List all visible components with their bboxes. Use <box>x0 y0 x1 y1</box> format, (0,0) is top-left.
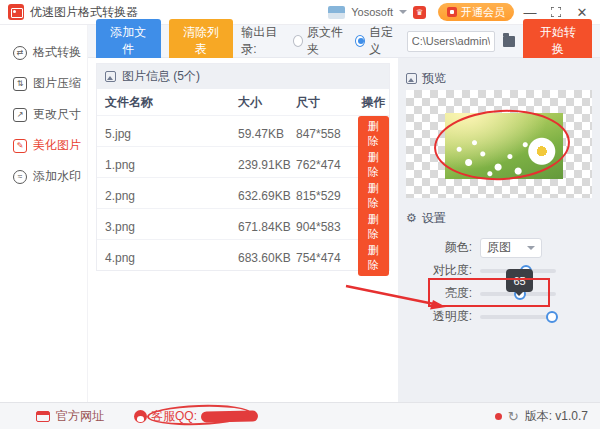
app-window: 优速图片格式转换器 Yososoft ♛ 开通会员 — ✕ ⇄ 格 <box>0 0 600 429</box>
radio-checked-icon[interactable] <box>355 35 365 47</box>
cell-size: 632.69KB <box>238 189 296 203</box>
cell-size: 239.91KB <box>238 158 296 172</box>
toolbar: 添加文件 清除列表 输出目录: 原文件夹 自定义 开始转换 <box>88 25 600 58</box>
right-panel: 预览 ⚙ 设置 颜色: 原图 <box>398 58 600 402</box>
cell-filename: 1.png <box>105 158 238 172</box>
delete-button[interactable]: 删除 <box>358 240 389 276</box>
settings-header: ⚙ 设置 <box>406 206 592 230</box>
color-label: 颜色: <box>424 239 472 256</box>
website-icon <box>36 411 50 422</box>
cell-filename: 3.png <box>105 220 238 234</box>
sidebar-item-label: 美化图片 <box>33 137 81 154</box>
radio-custom-label: 自定义 <box>369 24 399 58</box>
add-files-button[interactable]: 添加文件 <box>96 19 161 63</box>
refresh-icon[interactable]: ↻ <box>508 409 519 424</box>
slider-value-tooltip: 65 <box>506 269 533 292</box>
radio-original-label: 原文件夹 <box>307 24 347 58</box>
radio-icon[interactable] <box>293 35 303 47</box>
username[interactable]: Yososoft <box>351 6 393 18</box>
app-title: 优速图片格式转换器 <box>30 4 138 21</box>
official-site-link[interactable]: 官方网址 <box>36 408 104 425</box>
sidebar-item-beautify[interactable]: ✎ 美化图片 <box>0 130 87 161</box>
cell-filename: 2.png <box>105 189 238 203</box>
vip-badge-icon: ♛ <box>413 6 426 19</box>
sidebar-item-label: 更改尺寸 <box>33 106 81 123</box>
folder-icon[interactable] <box>503 36 516 47</box>
opacity-slider[interactable] <box>480 315 556 319</box>
tooltip-value: 65 <box>513 275 525 287</box>
settings-title: 设置 <box>422 210 446 227</box>
brightness-row: 65 亮度: <box>424 282 592 305</box>
radio-custom-folder[interactable]: 自定义 <box>355 24 399 58</box>
cell-dims: 904*583 <box>296 220 358 234</box>
cell-dims: 847*558 <box>296 127 358 141</box>
col-action: 操作 <box>362 94 386 111</box>
qq-label: 客服QQ: <box>151 408 197 425</box>
maximize-icon <box>551 7 561 17</box>
compress-icon: ⇅ <box>13 77 27 91</box>
output-path-input[interactable] <box>407 31 495 52</box>
app-logo-icon <box>8 4 24 20</box>
sidebar-item-label: 图片压缩 <box>33 75 81 92</box>
table-row[interactable]: 2.png 632.69KB 815*529 删除 <box>97 177 389 208</box>
col-dims: 尺寸 <box>296 94 358 111</box>
cell-size: 671.84KB <box>238 220 296 234</box>
cell-filename: 4.png <box>105 251 238 265</box>
color-value: 原图 <box>487 239 511 256</box>
image-info-icon <box>105 71 116 82</box>
preview-header: 预览 <box>406 66 592 90</box>
table-row[interactable]: 4.png 683.60KB 754*474 删除 <box>97 239 389 270</box>
table-header: 文件名称 大小 尺寸 操作 <box>97 89 389 115</box>
chevron-down-icon <box>527 246 535 250</box>
sidebar-item-resize[interactable]: ↗ 更改尺寸 <box>0 99 87 130</box>
support-qq[interactable]: 客服QQ: <box>134 408 258 425</box>
opacity-label: 透明度: <box>424 308 472 325</box>
footer: 官方网址 客服QQ: ↻ 版本: v1.0.7 <box>0 402 600 429</box>
sidebar-item-format-convert[interactable]: ⇄ 格式转换 <box>0 37 87 68</box>
opacity-slider-handle[interactable] <box>546 311 558 323</box>
opacity-row: 透明度: <box>424 305 592 328</box>
settings-rows: 颜色: 原图 对比度: <box>424 236 592 328</box>
sidebar-item-label: 格式转换 <box>33 44 81 61</box>
sidebar-item-compress[interactable]: ⇅ 图片压缩 <box>0 68 87 99</box>
title-bar: 优速图片格式转换器 Yososoft ♛ 开通会员 — ✕ <box>0 0 600 25</box>
status-dot <box>495 413 502 420</box>
contrast-label: 对比度: <box>424 262 472 279</box>
file-panel-header: 图片信息 (5个) <box>97 64 389 89</box>
sidebar-item-watermark[interactable]: ≈ 添加水印 <box>0 161 87 192</box>
cell-size: 683.60KB <box>238 251 296 265</box>
color-dropdown[interactable]: 原图 <box>480 238 542 258</box>
preview-title: 预览 <box>422 70 446 87</box>
start-convert-button[interactable]: 开始转换 <box>523 19 592 63</box>
preview-image <box>445 113 563 179</box>
output-dir-label: 输出目录: <box>241 24 284 58</box>
beautify-icon: ✎ <box>13 139 27 153</box>
open-vip-button[interactable]: 开通会员 <box>438 3 514 21</box>
brightness-label: 亮度: <box>424 285 472 302</box>
preview-icon <box>406 73 417 84</box>
cell-filename: 5.jpg <box>105 127 238 141</box>
user-avatar[interactable] <box>328 6 345 19</box>
cell-dims: 815*529 <box>296 189 358 203</box>
table-row[interactable]: 1.png 239.91KB 762*474 删除 <box>97 146 389 177</box>
open-vip-label: 开通会员 <box>461 5 505 20</box>
chevron-down-icon[interactable] <box>399 10 407 14</box>
clear-list-button[interactable]: 清除列表 <box>169 19 234 63</box>
cell-size: 59.47KB <box>238 127 296 141</box>
file-panel-title: 图片信息 (5个) <box>122 68 200 85</box>
resize-icon: ↗ <box>13 108 27 122</box>
col-size: 大小 <box>238 94 296 111</box>
table-row[interactable]: 5.jpg 59.47KB 847*558 删除 <box>97 115 389 146</box>
preview-canvas[interactable] <box>406 90 592 198</box>
watermark-icon: ≈ <box>13 170 27 184</box>
col-filename: 文件名称 <box>105 94 238 111</box>
official-site-label: 官方网址 <box>56 408 104 425</box>
color-row: 颜色: 原图 <box>424 236 592 259</box>
file-list-panel: 图片信息 (5个) 文件名称 大小 尺寸 操作 5.jpg 59.47KB 84… <box>88 58 398 402</box>
sidebar: ⇄ 格式转换 ⇅ 图片压缩 ↗ 更改尺寸 ✎ 美化图片 ≈ 添加水印 <box>0 25 88 402</box>
radio-original-folder[interactable]: 原文件夹 <box>293 24 347 58</box>
sidebar-item-label: 添加水印 <box>33 168 81 185</box>
cell-dims: 762*474 <box>296 158 358 172</box>
table-row[interactable]: 3.png 671.84KB 904*583 删除 <box>97 208 389 239</box>
vip-icon <box>447 7 457 17</box>
